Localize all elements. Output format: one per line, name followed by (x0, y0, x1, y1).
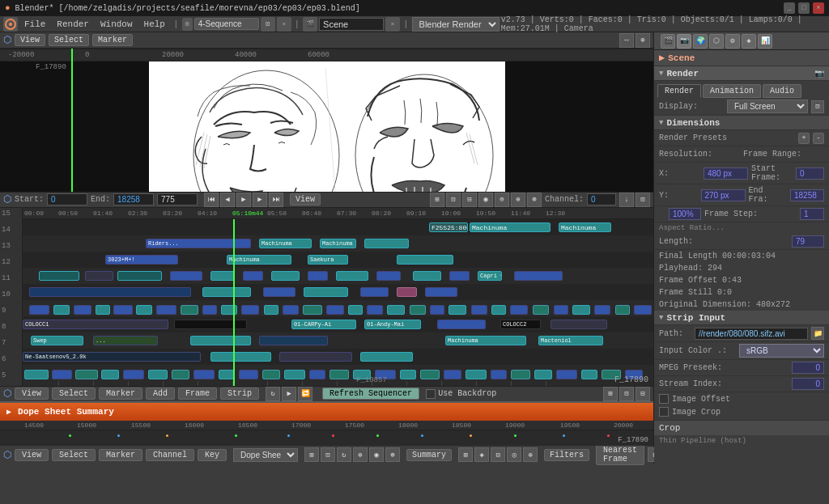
dope-icon-1[interactable]: ⊞ (304, 447, 319, 462)
r6s17[interactable] (400, 370, 416, 379)
prop-icon-mat[interactable]: ◈ (742, 34, 756, 49)
s27[interactable] (572, 305, 590, 315)
percent-input[interactable] (669, 208, 701, 220)
move-icon[interactable]: ↔ (619, 33, 634, 48)
seq-marker-btn[interactable]: Marker (92, 34, 133, 46)
s13[interactable] (283, 305, 299, 315)
dope-view-btn[interactable]: View (15, 449, 49, 461)
nav-strip-btn[interactable]: Strip (220, 388, 259, 400)
dope-select-btn[interactable]: Select (52, 449, 96, 461)
s2[interactable] (53, 305, 70, 315)
strip-row13-4[interactable] (397, 255, 453, 265)
dimensions-header[interactable]: ▼ Dimensions (654, 116, 829, 130)
view-icon[interactable]: ⊡ (261, 17, 275, 32)
s1[interactable] (29, 305, 49, 315)
s7[interactable] (156, 305, 176, 315)
strip-row12-14[interactable] (514, 271, 563, 281)
strip-row11-2[interactable] (202, 287, 251, 297)
s15[interactable] (326, 305, 344, 315)
skip-end-btn[interactable]: ⏭ (269, 193, 283, 207)
filters-btn[interactable]: Filters (544, 449, 589, 461)
strip-row12-12[interactable] (449, 271, 470, 281)
nav-add-btn[interactable]: Add (146, 388, 175, 400)
s19[interactable] (410, 305, 426, 315)
summary-btn[interactable]: Summary (406, 449, 452, 461)
seq-icon-3[interactable]: ⊟ (462, 193, 477, 207)
view-btn[interactable]: View (290, 193, 321, 205)
s21[interactable] (449, 305, 466, 315)
dope-icon-10[interactable]: ◎ (507, 447, 521, 462)
strip-row11-6[interactable] (397, 287, 417, 297)
seq-view-btn[interactable]: View (15, 34, 45, 46)
image-crop-checkbox[interactable] (659, 407, 669, 417)
nav-select-btn[interactable]: Select (52, 388, 96, 400)
menu-window[interactable]: Window (96, 18, 138, 31)
nav-frame-btn[interactable]: Frame (178, 388, 217, 400)
strip-row12-2[interactable] (85, 271, 113, 281)
r6s21[interactable] (491, 370, 507, 379)
strip-row9-5[interactable] (437, 320, 486, 329)
nav-icon-1[interactable]: ⊞ (603, 387, 618, 401)
s18[interactable] (387, 305, 405, 315)
prop-icon-scene[interactable]: 🎬 (661, 34, 675, 49)
start-frame-input[interactable] (47, 193, 87, 205)
s9[interactable] (202, 305, 217, 315)
strip-row8-6[interactable]: Macteniol (538, 336, 603, 345)
view-mode-input[interactable] (194, 18, 259, 30)
strip-row14-3[interactable]: Riders... (146, 239, 251, 248)
strip-row12-3[interactable] (117, 271, 162, 281)
s30[interactable] (634, 305, 652, 315)
y-res-input[interactable] (701, 189, 746, 201)
s20[interactable] (430, 305, 444, 315)
strip-row14-2[interactable]: Machinuma (320, 239, 356, 248)
strip-row13-2[interactable]: 3023+M+! (105, 255, 178, 265)
play-btn[interactable]: ▶ (236, 193, 251, 207)
r6s10[interactable] (239, 370, 258, 379)
render-engine-select[interactable]: Blender Render Cycles Render (412, 17, 500, 32)
r6s8[interactable] (193, 370, 215, 379)
color-space-select[interactable]: sRGB Linear Raw (739, 344, 824, 358)
minimize-button[interactable]: _ (784, 2, 795, 14)
prop-icon-data[interactable]: 📊 (758, 34, 772, 49)
strip-row8-4[interactable] (259, 336, 328, 345)
dope-icon-2[interactable]: ⊡ (321, 447, 335, 462)
s16[interactable] (348, 305, 363, 315)
strip-row9-6[interactable]: COLOCC2 (500, 320, 541, 329)
r6s3[interactable] (75, 370, 98, 379)
r6s4[interactable] (101, 370, 119, 379)
strip-input-header[interactable]: ▼ Strip Input (654, 311, 829, 325)
display-dropdown[interactable]: Full Screen New Window Image Editor (727, 100, 808, 113)
menu-render[interactable]: Render (52, 18, 94, 31)
nav-marker-btn[interactable]: Marker (99, 388, 142, 400)
seq-icon-5[interactable]: ⊜ (495, 193, 509, 207)
r6s1[interactable] (24, 370, 49, 379)
seq-icon-4[interactable]: ◉ (478, 193, 493, 207)
nav-icon-3[interactable]: ⊟ (636, 387, 650, 401)
s28[interactable] (594, 305, 610, 315)
r6s6[interactable] (148, 370, 168, 379)
x-res-input[interactable] (704, 167, 748, 180)
dope-icon-3[interactable]: ↻ (337, 447, 351, 462)
strip-row12-8[interactable] (308, 271, 328, 281)
strip-row13-1[interactable]: Machinuma (227, 255, 291, 265)
strip-row12-13[interactable]: Capri Gita (478, 271, 502, 281)
nav-icon-2[interactable]: ⊡ (619, 387, 634, 401)
r6s13[interactable] (309, 370, 325, 379)
strip-row12-11[interactable] (413, 271, 441, 281)
strip-row11-3[interactable] (263, 287, 295, 297)
render-tab-animation[interactable]: Animation (703, 84, 761, 98)
strip-row11-5[interactable] (360, 287, 389, 297)
menu-help[interactable]: Help (139, 18, 170, 31)
dope-icon-7[interactable]: ⊞ (458, 447, 473, 462)
r6s18[interactable] (420, 370, 440, 379)
strip-row8-2[interactable]: ... (93, 336, 158, 345)
nearest-frame-btn[interactable]: Nearest Frame (596, 444, 644, 465)
s10[interactable] (221, 305, 237, 315)
s14[interactable] (303, 305, 322, 315)
stream-input[interactable] (792, 378, 824, 390)
presets-plus-btn[interactable]: + (798, 133, 810, 144)
refresh-btn[interactable]: Refresh Sequencer (322, 388, 419, 400)
loop-icon[interactable]: 🔁 (298, 387, 312, 401)
end-frame-input[interactable] (113, 193, 154, 205)
ch-icon-1[interactable]: ↓ (619, 193, 634, 207)
